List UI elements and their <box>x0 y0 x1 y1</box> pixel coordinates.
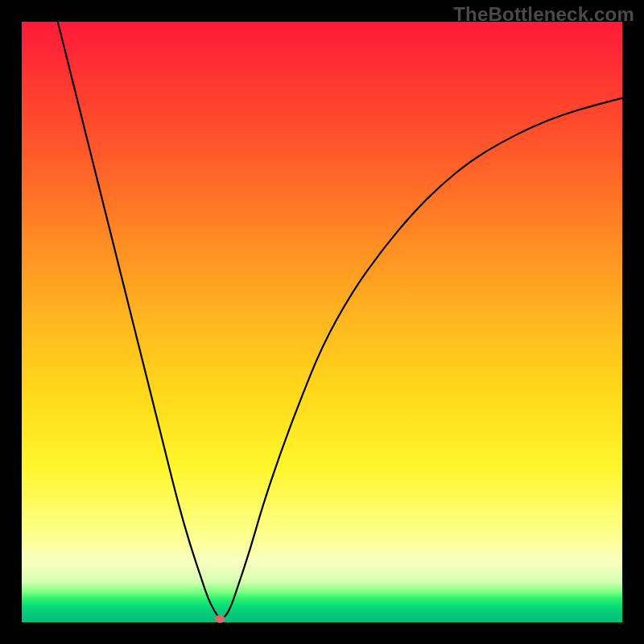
minimum-marker <box>215 615 225 623</box>
chart-frame: TheBottleneck.com <box>0 0 644 644</box>
curve-svg <box>22 22 622 622</box>
plot-area <box>22 22 622 622</box>
bottleneck-curve <box>58 22 622 618</box>
